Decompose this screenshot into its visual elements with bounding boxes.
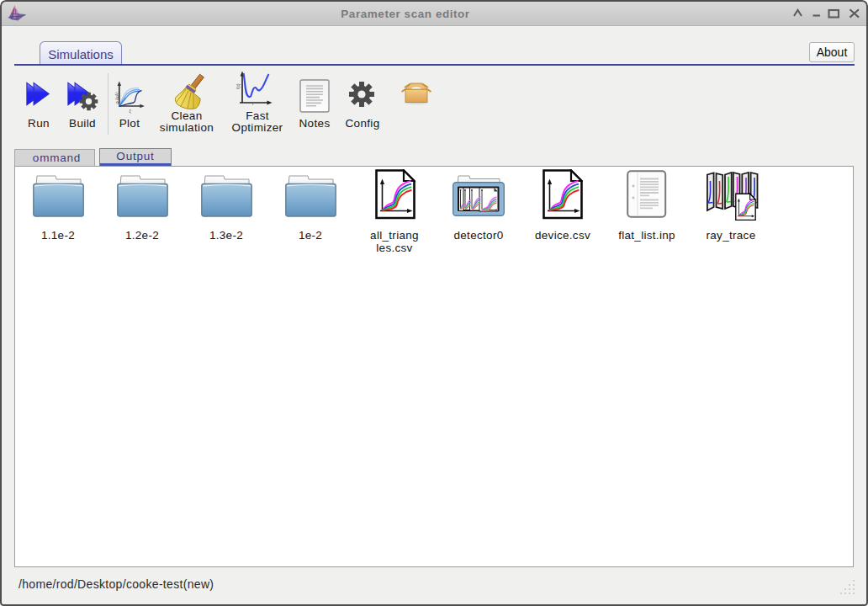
svg-text:ξ: ξ <box>130 109 132 114</box>
svg-text:φ (μA): φ (μA) <box>114 92 119 104</box>
svg-text:f(x): f(x) <box>236 83 241 89</box>
